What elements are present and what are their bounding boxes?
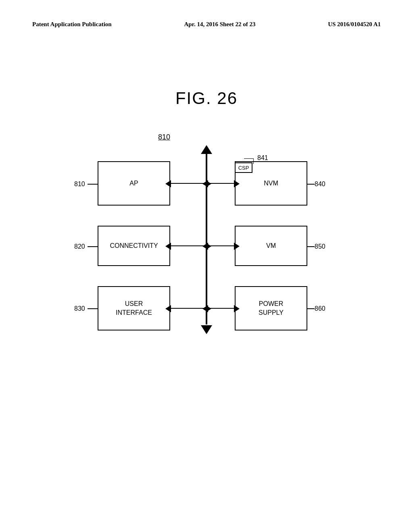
ref-860: 860 xyxy=(315,305,325,312)
ref-860-line xyxy=(307,308,315,309)
ap-bus-line xyxy=(170,183,206,184)
bus-nvm-line xyxy=(207,183,235,184)
publication-label: Patent Application Publication xyxy=(32,21,112,28)
bus-to-nvm-arrow xyxy=(234,180,240,187)
ps-label: POWERSUPPLY xyxy=(259,299,284,318)
ref-840: 840 xyxy=(315,181,325,188)
ref-830-line xyxy=(88,308,98,309)
ui-bus-line xyxy=(170,308,206,309)
page-header: Patent Application Publication Apr. 14, … xyxy=(0,21,413,28)
vm-label: VM xyxy=(266,242,276,249)
arrow-down-icon xyxy=(201,325,212,334)
vm-box: VM xyxy=(235,226,307,266)
bus-to-ap-arrow xyxy=(165,180,171,187)
bus-to-ui-arrow xyxy=(165,305,171,312)
ap-box: AP xyxy=(98,161,170,206)
ref-850: 850 xyxy=(315,243,325,250)
ref-820-line xyxy=(88,246,98,247)
csp-ref-label: 841 xyxy=(257,154,268,162)
ref-850-line xyxy=(307,246,315,247)
ps-box: POWERSUPPLY xyxy=(235,286,307,330)
nvm-to-bus-arrow xyxy=(202,180,208,187)
ap-label: AP xyxy=(129,180,138,187)
vm-to-bus-arrow xyxy=(202,243,208,250)
diagram-area: 810 AP NVM CSP 841 CONNECTIVITY VM USERI… xyxy=(65,129,348,363)
ui-box: USERINTERFACE xyxy=(98,286,170,330)
csp-bracket xyxy=(253,158,254,164)
ref-810-line xyxy=(88,184,98,185)
system-label: 810 xyxy=(158,133,170,141)
ps-to-bus-arrow xyxy=(202,305,208,312)
conn-bus-line xyxy=(170,245,206,246)
bus-to-conn-arrow xyxy=(165,243,171,250)
nvm-label: NVM xyxy=(264,180,278,187)
bus-to-ps-arrow xyxy=(234,305,240,312)
csp-box: CSP xyxy=(235,162,252,173)
patent-number: US 2016/0104520 A1 xyxy=(328,21,381,28)
publication-date: Apr. 14, 2016 Sheet 22 of 23 xyxy=(184,21,255,28)
ref-840-line xyxy=(307,184,315,185)
connectivity-box: CONNECTIVITY xyxy=(98,226,170,266)
ref-820: 820 xyxy=(74,243,85,250)
central-bus xyxy=(206,151,207,324)
csp-bracket2 xyxy=(244,158,254,159)
csp-label: CSP xyxy=(238,165,249,171)
ref-830: 830 xyxy=(74,305,85,312)
arrow-up-icon xyxy=(201,145,212,154)
bus-ps-line xyxy=(207,308,235,309)
connectivity-label: CONNECTIVITY xyxy=(110,242,158,249)
ref-810: 810 xyxy=(74,181,85,188)
figure-title: FIG. 26 xyxy=(175,89,238,108)
ui-label: USERINTERFACE xyxy=(116,299,152,318)
bus-vm-line xyxy=(207,245,235,246)
bus-to-vm-arrow xyxy=(234,243,240,250)
